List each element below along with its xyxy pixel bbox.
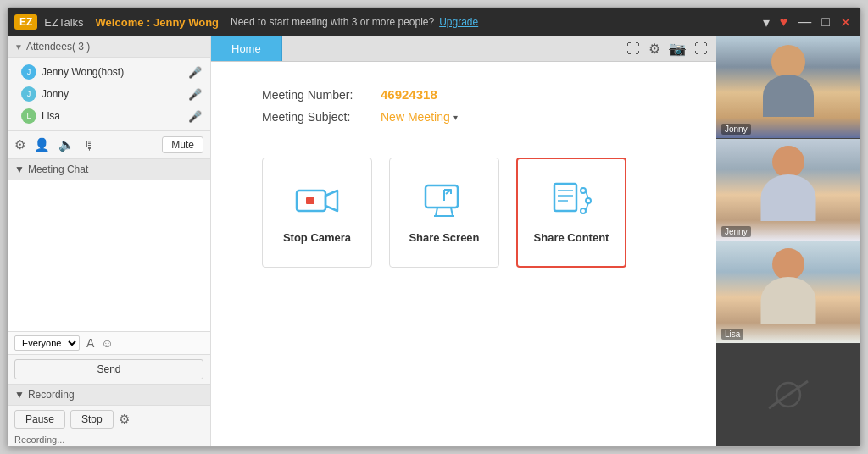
video-thumb-lisa: Lisa [716,241,860,344]
subject-dropdown-arrow: ▾ [453,113,458,122]
chat-toolbar: Everyone A ☺ [8,332,210,355]
heart-icon[interactable]: ♥ [777,14,791,30]
attendee-item: L Lisa 🎤 [8,105,210,127]
meeting-number-value: 46924318 [381,87,437,102]
recording-arrow: ▼ [14,389,25,401]
user-name: Jenny Wong [153,16,219,29]
attendee-name: Lisa [42,110,188,122]
camera-disabled-icon [767,378,810,412]
recording-status: Recording... [8,433,210,446]
chat-arrow: ▼ [14,163,25,175]
svg-point-14 [586,198,591,203]
chat-header[interactable]: ▼ Meeting Chat [8,159,210,180]
mic-icon[interactable]: 🎤 [188,110,202,123]
mute-button[interactable]: Mute [162,136,203,153]
video-thumb-jonny: Jonny [716,36,860,139]
minimize-button[interactable]: — [795,14,814,30]
send-button[interactable]: Send [14,359,203,379]
mic-icon[interactable]: 🎤 [188,88,202,101]
attendee-item: J Jenny Wong(host) 🎤 [8,61,210,83]
upgrade-link[interactable]: Upgrade [439,16,478,28]
avatar: L [21,108,36,124]
svg-line-16 [586,191,588,198]
action-buttons: Stop Camera Share Screen [211,149,716,446]
attendees-label: Attendees( 3 ) [26,41,90,53]
microphone-icon[interactable]: 🎙 [83,138,96,152]
svg-marker-1 [326,191,337,211]
settings-icon[interactable]: ⚙ [648,41,660,57]
app-window: EZ EZTalks Welcome : Jenny Wong Need to … [7,7,861,447]
chat-label: Meeting Chat [28,163,88,175]
camera-icon [295,182,339,219]
title-bar: EZ EZTalks Welcome : Jenny Wong Need to … [8,8,860,36]
font-icon[interactable]: A [86,336,94,350]
settings-icon[interactable]: ⚙ [14,137,25,152]
speaker-icon[interactable]: 🔈 [58,137,75,152]
sidebar: ▼ Attendees( 3 ) J Jenny Wong(host) 🎤 J … [8,36,211,446]
share-screen-button[interactable]: Share Screen [389,158,499,268]
share-content-icon [549,182,593,219]
svg-rect-9 [554,184,576,211]
video-thumb-disabled [716,344,860,446]
stop-camera-button[interactable]: Stop Camera [262,158,372,268]
expand-icon[interactable]: ⛶ [626,42,640,57]
app-logo: EZ [14,14,37,30]
close-button[interactable]: ✕ [837,14,854,30]
tab-home[interactable]: Home [211,36,282,61]
svg-line-5 [451,208,453,216]
share-content-button[interactable]: Share Content [516,158,626,268]
record-icon[interactable]: ⚙ [119,412,130,427]
attendee-name: Jenny Wong(host) [42,66,188,78]
tab-toolbar: ⛶ ⚙ 📷 ⛶ [626,41,716,57]
meeting-subject-row: Meeting Subject: New Meeting ▾ [262,110,682,124]
meeting-number-row: Meeting Number: 46924318 [262,87,682,102]
window-controls: ▾ ♥ — □ ✕ [760,14,854,30]
meeting-subject-text: New Meeting [381,110,450,124]
meeting-number-label: Meeting Number: [262,88,381,102]
share-screen-label: Share Screen [409,231,479,244]
svg-point-15 [581,208,586,213]
emoji-icon[interactable]: ☺ [101,336,113,350]
mic-icon[interactable]: 🎤 [188,66,202,79]
share-content-label: Share Content [534,231,609,244]
svg-line-17 [586,203,588,210]
svg-point-13 [581,188,586,193]
pause-button[interactable]: Pause [14,410,65,429]
attendees-list: J Jenny Wong(host) 🎤 J Jonny 🎤 L Lisa 🎤 [8,58,210,131]
content-area: ▼ Attendees( 3 ) J Jenny Wong(host) 🎤 J … [8,36,860,446]
attendees-header[interactable]: ▼ Attendees( 3 ) [8,36,210,58]
svg-rect-3 [426,185,458,208]
avatar: J [21,86,36,102]
recording-header[interactable]: ▼ Recording [8,385,210,406]
fullscreen-icon[interactable]: ⛶ [694,42,708,57]
maximize-button[interactable]: □ [819,14,832,30]
stop-camera-label: Stop Camera [283,231,351,244]
share-screen-icon [422,182,466,219]
sidebar-tools: ⚙ 👤 🔈 🎙 Mute [8,131,210,159]
meeting-subject-value[interactable]: New Meeting ▾ [381,110,458,124]
dropdown-icon[interactable]: ▾ [760,14,772,30]
avatar: J [21,64,36,80]
attendees-arrow: ▼ [14,42,23,52]
add-user-icon[interactable]: 👤 [34,137,50,152]
stop-button[interactable]: Stop [70,410,114,429]
chat-target-select[interactable]: Everyone [14,335,80,351]
main-panel: Home ⛶ ⚙ 📷 ⛶ Meeting Number: 46924318 Me… [211,36,716,446]
send-area: Send [8,355,210,385]
chat-area [8,180,210,332]
meeting-message: Need to start meeting with 3 or more peo… [231,16,434,28]
meeting-subject-label: Meeting Subject: [262,110,381,124]
video-label-jenny: Jenny [721,226,751,237]
tab-bar: Home ⛶ ⚙ 📷 ⛶ [211,36,716,62]
welcome-label: Welcome : Jenny Wong [96,16,219,29]
video-label-lisa: Lisa [721,329,743,340]
video-thumb-jenny: Jenny [716,139,860,241]
svg-rect-2 [306,197,314,204]
welcome-text: Welcome : [96,16,151,29]
video-panel: Jonny Jenny Lisa [716,36,860,446]
camera-off-icon[interactable]: 📷 [669,41,686,57]
svg-line-19 [769,381,808,408]
attendee-name: Jonny [42,88,188,100]
app-name: EZTalks [44,16,83,29]
attendee-item: J Jonny 🎤 [8,83,210,105]
